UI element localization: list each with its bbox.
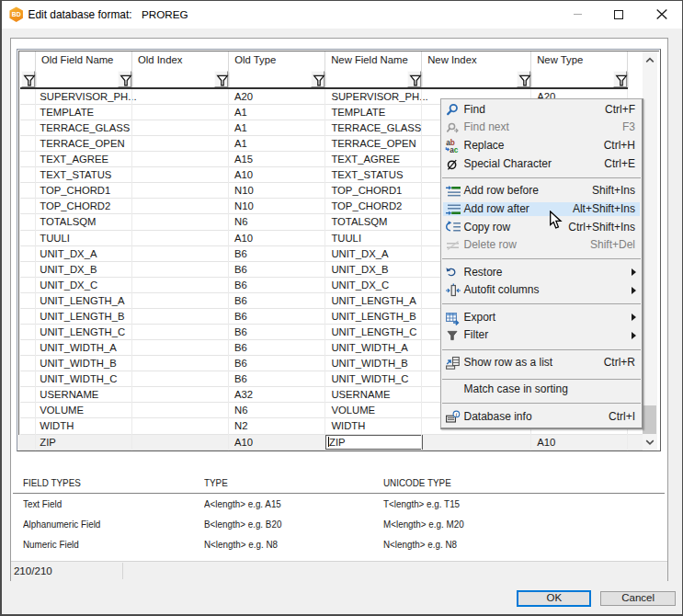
svg-text:c: c xyxy=(454,146,459,154)
svg-text:BD: BD xyxy=(12,11,21,17)
svg-text:i: i xyxy=(456,411,458,417)
